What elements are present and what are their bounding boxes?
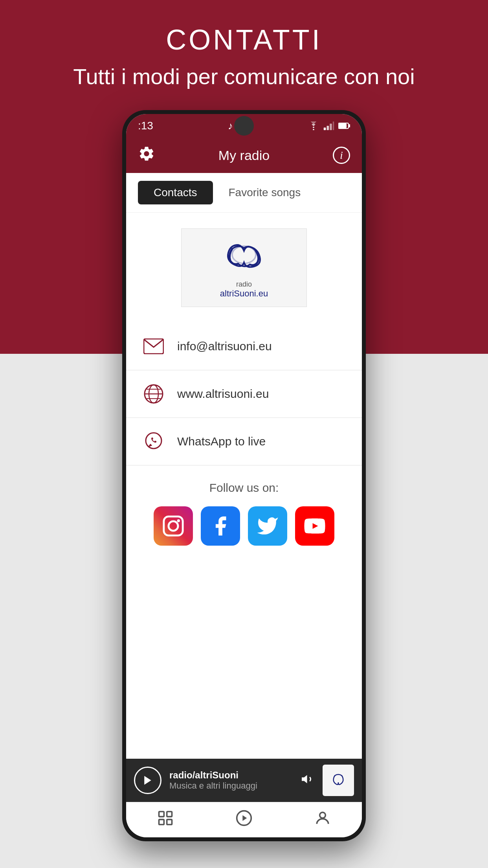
- svg-marker-21: [302, 775, 307, 783]
- player-info: radio/altriSuoni Musica e altri linguagg…: [169, 770, 293, 791]
- player-play-button[interactable]: [134, 767, 161, 794]
- player-subtitle: Musica e altri linguaggi: [169, 781, 293, 791]
- tabs-bar: Contacts Favorite songs: [126, 173, 362, 213]
- as-logo-svg: [216, 237, 272, 280]
- svg-rect-4: [333, 121, 334, 130]
- youtube-button[interactable]: [295, 506, 334, 546]
- svg-point-0: [313, 129, 314, 130]
- page-header: CONTATTI Tutti i modi per comunicare con…: [0, 24, 488, 89]
- whatsapp-text: WhatsApp to live: [177, 435, 266, 448]
- battery-icon: [338, 122, 350, 129]
- facebook-button[interactable]: [201, 506, 240, 546]
- svg-point-29: [320, 812, 326, 818]
- website-url: www.altrisuoni.eu: [177, 387, 269, 401]
- status-time: :13: [138, 120, 153, 132]
- radio-logo: radio altriSuoni.eu: [181, 228, 307, 307]
- settings-button[interactable]: [138, 145, 155, 166]
- phone-mockup: :13 ♪: [122, 110, 366, 841]
- page-title: CONTATTI: [24, 24, 464, 56]
- svg-point-15: [146, 433, 161, 449]
- app-bar-title: My radio: [218, 148, 270, 163]
- svg-rect-7: [349, 124, 350, 127]
- info-button[interactable]: i: [333, 147, 350, 164]
- status-bar: :13 ♪: [126, 114, 362, 138]
- logo-container: radio altriSuoni.eu: [126, 213, 362, 323]
- music-note-icon: ♪: [228, 120, 233, 132]
- globe-icon: [142, 382, 165, 406]
- svg-point-18: [177, 519, 180, 522]
- follow-section: Follow us on:: [126, 465, 362, 561]
- svg-marker-20: [144, 776, 151, 785]
- tab-favorite-songs[interactable]: Favorite songs: [221, 181, 309, 204]
- svg-rect-1: [324, 127, 326, 130]
- contact-list: info@altrisuoni.eu www.altrisuoni.eu: [126, 323, 362, 465]
- volume-button[interactable]: [301, 772, 315, 789]
- svg-marker-28: [242, 815, 247, 821]
- player-logo: [323, 765, 354, 796]
- wifi-icon: [308, 121, 319, 130]
- bottom-nav: [126, 802, 362, 837]
- svg-rect-22: [327, 769, 350, 792]
- svg-rect-26: [167, 820, 172, 825]
- email-icon: [142, 335, 165, 358]
- info-icon-text: i: [340, 149, 343, 162]
- app-bar: My radio i: [126, 138, 362, 173]
- svg-rect-16: [164, 517, 183, 535]
- bottom-player: radio/altriSuoni Musica e altri linguagg…: [126, 759, 362, 802]
- contact-email[interactable]: info@altrisuoni.eu: [126, 323, 362, 370]
- svg-rect-23: [159, 812, 164, 817]
- player-station: radio/altriSuoni: [169, 770, 293, 781]
- svg-rect-6: [339, 123, 347, 128]
- nav-grid-button[interactable]: [157, 809, 174, 830]
- whatsapp-icon: [142, 430, 165, 453]
- svg-point-17: [169, 521, 178, 531]
- tab-contacts[interactable]: Contacts: [138, 181, 213, 204]
- camera-notch: [234, 116, 254, 136]
- contact-website[interactable]: www.altrisuoni.eu: [126, 370, 362, 418]
- svg-rect-25: [159, 820, 164, 825]
- logo-brand-main: altriSuoni.eu: [220, 289, 268, 299]
- signal-icon: [323, 121, 334, 130]
- follow-label: Follow us on:: [138, 481, 350, 495]
- status-icons: [308, 121, 350, 130]
- contact-whatsapp[interactable]: WhatsApp to live: [126, 418, 362, 465]
- twitter-button[interactable]: [248, 506, 287, 546]
- nav-play-button[interactable]: [235, 809, 253, 830]
- svg-rect-24: [167, 812, 172, 817]
- svg-rect-2: [327, 126, 329, 130]
- social-icons-row: [138, 506, 350, 546]
- svg-rect-3: [330, 124, 332, 131]
- instagram-button[interactable]: [154, 506, 193, 546]
- email-address: info@altrisuoni.eu: [177, 340, 272, 353]
- nav-profile-button[interactable]: [314, 809, 331, 830]
- page-subtitle: Tutti i modi per comunicare con noi: [24, 64, 464, 89]
- logo-brand-small: radio: [236, 280, 252, 289]
- phone-screen: :13 ♪: [126, 114, 362, 837]
